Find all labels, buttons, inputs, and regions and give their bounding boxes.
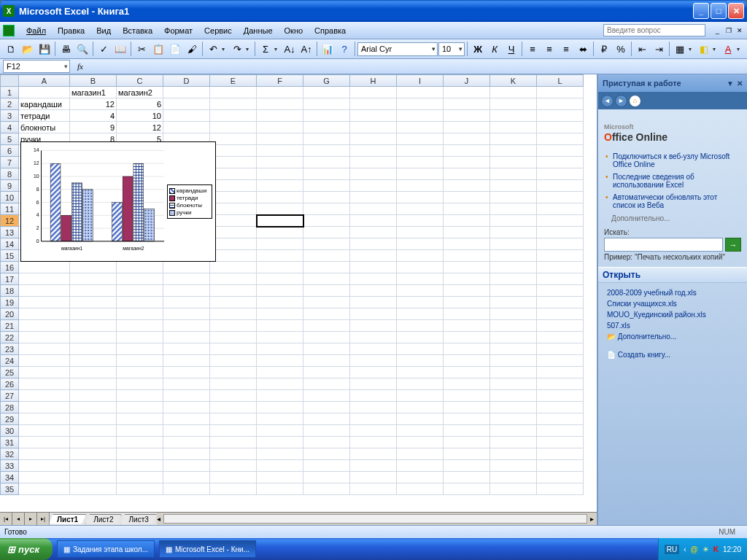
tray-icon[interactable]: ☀ xyxy=(703,545,709,553)
row-header[interactable]: 9 xyxy=(1,180,19,192)
maximize-button[interactable]: □ xyxy=(711,3,727,19)
row-header[interactable]: 18 xyxy=(1,285,19,297)
open-more-link[interactable]: Дополнительно... xyxy=(604,331,741,342)
row-header[interactable]: 26 xyxy=(1,378,19,390)
col-header[interactable]: G xyxy=(303,75,350,87)
bold-button[interactable]: Ж xyxy=(470,41,486,57)
close-button[interactable]: ✕ xyxy=(728,3,744,19)
row-header[interactable]: 31 xyxy=(1,437,19,448)
paste-button[interactable]: 📄 xyxy=(167,41,183,57)
col-header[interactable]: D xyxy=(163,75,210,87)
italic-button[interactable]: К xyxy=(487,41,503,57)
menu-file[interactable]: Файл xyxy=(20,25,52,36)
row-header[interactable]: 24 xyxy=(1,355,19,367)
task-pane-link[interactable]: Автоматически обновлять этот список из В… xyxy=(605,191,741,211)
task-pane-close[interactable]: ✕ xyxy=(737,79,743,88)
recent-file[interactable]: 507.xls xyxy=(604,320,741,331)
row-header[interactable]: 4 xyxy=(1,122,19,133)
doc-minimize-button[interactable]: _ xyxy=(713,26,722,35)
undo-dropdown[interactable]: ▾ xyxy=(222,46,228,52)
autosum-button[interactable]: Σ xyxy=(258,41,274,57)
spreadsheet-grid[interactable]: A B C D E F G H I J K L 1магазин1магазин… xyxy=(0,74,584,495)
merge-center-button[interactable]: ⬌ xyxy=(575,41,591,57)
tray-icon[interactable]: ‹ xyxy=(684,545,686,553)
col-header[interactable]: B xyxy=(70,75,117,87)
row-header[interactable]: 16 xyxy=(1,262,19,273)
row-header[interactable]: 17 xyxy=(1,273,19,285)
copy-button[interactable]: 📋 xyxy=(150,41,166,57)
embedded-chart[interactable]: 02468101214магазин1магазин2 карандаши те… xyxy=(20,141,216,262)
autosum-dropdown[interactable]: ▾ xyxy=(274,46,281,52)
recent-file[interactable]: MOUO_Куединский район.xls xyxy=(604,309,741,320)
row-header[interactable]: 30 xyxy=(1,425,19,437)
open-button[interactable]: 📂 xyxy=(20,41,36,57)
print-button[interactable]: 🖶 xyxy=(58,41,74,57)
tab-nav-first[interactable]: |◂ xyxy=(0,513,12,525)
menu-tools[interactable]: Сервис xyxy=(198,25,238,36)
spellcheck-button[interactable]: ✓ xyxy=(96,41,112,57)
row-header[interactable]: 32 xyxy=(1,448,19,460)
sheet-tab[interactable]: Лист1 xyxy=(49,514,86,524)
format-painter-button[interactable]: 🖌 xyxy=(184,41,200,57)
increase-indent-button[interactable]: ⇥ xyxy=(651,41,667,57)
save-button[interactable]: 💾 xyxy=(36,41,53,57)
redo-dropdown[interactable]: ▾ xyxy=(246,46,252,52)
chart-wizard-button[interactable]: 📊 xyxy=(320,41,336,57)
align-left-button[interactable]: ≡ xyxy=(525,41,541,57)
help-button[interactable]: ? xyxy=(336,41,352,57)
redo-button[interactable]: ↷ xyxy=(229,41,245,57)
row-header[interactable]: 8 xyxy=(1,168,19,180)
clock[interactable]: 12:20 xyxy=(723,545,741,553)
nav-home-button[interactable]: ⌂ xyxy=(629,95,641,107)
col-header[interactable]: J xyxy=(444,75,490,87)
row-header[interactable]: 15 xyxy=(1,250,19,262)
menu-insert[interactable]: Вставка xyxy=(117,25,158,36)
align-center-button[interactable]: ≡ xyxy=(541,41,557,57)
decrease-indent-button[interactable]: ⇤ xyxy=(634,41,650,57)
sheet-tab[interactable]: Лист2 xyxy=(85,514,121,524)
select-all-corner[interactable] xyxy=(1,75,19,87)
currency-button[interactable]: ₽ xyxy=(596,41,612,57)
start-button[interactable]: ⊞ пуск xyxy=(0,538,53,560)
more-link[interactable]: Дополнительно... xyxy=(611,214,741,222)
row-header[interactable]: 21 xyxy=(1,320,19,332)
help-search-input[interactable] xyxy=(603,24,705,36)
task-pane-search-input[interactable] xyxy=(604,238,723,252)
task-pane-dropdown[interactable]: ▼ xyxy=(727,79,734,88)
row-header[interactable]: 33 xyxy=(1,460,19,472)
font-color-dropdown[interactable]: ▾ xyxy=(737,46,743,52)
menu-view[interactable]: Вид xyxy=(90,25,117,36)
taskbar-item[interactable]: ▦ Microsoft Excel - Кни... xyxy=(159,540,256,558)
minimize-button[interactable]: _ xyxy=(693,3,709,19)
col-header[interactable]: F xyxy=(257,75,303,87)
document-icon[interactable] xyxy=(3,25,15,36)
tab-nav-last[interactable]: ▸| xyxy=(37,513,50,525)
task-pane-search-button[interactable]: → xyxy=(725,238,741,252)
menu-edit[interactable]: Правка xyxy=(52,25,90,36)
row-header[interactable]: 1 xyxy=(1,87,19,98)
align-right-button[interactable]: ≡ xyxy=(558,41,574,57)
row-header[interactable]: 10 xyxy=(1,192,19,203)
formula-input[interactable] xyxy=(90,60,744,73)
col-header[interactable]: I xyxy=(397,75,444,87)
recent-file[interactable]: Списки учащихся.xls xyxy=(604,298,741,309)
font-color-button[interactable]: А xyxy=(720,41,736,57)
doc-restore-button[interactable]: ❐ xyxy=(724,26,733,35)
row-header[interactable]: 6 xyxy=(1,145,19,157)
taskbar-item[interactable]: ▦ Задания этапа школ... xyxy=(57,540,155,558)
menu-window[interactable]: Окно xyxy=(279,25,309,36)
borders-dropdown[interactable]: ▾ xyxy=(689,46,695,52)
col-header[interactable]: K xyxy=(490,75,537,87)
font-size-combo[interactable]: 10 xyxy=(438,42,465,56)
fx-icon[interactable]: fx xyxy=(77,62,83,71)
col-header[interactable]: A xyxy=(19,75,70,87)
row-header[interactable]: 2 xyxy=(1,98,19,110)
row-header[interactable]: 5 xyxy=(1,133,19,145)
cut-button[interactable]: ✂ xyxy=(133,41,150,57)
tray-icon[interactable]: K xyxy=(713,545,719,553)
tab-nav-next[interactable]: ▸ xyxy=(25,513,37,525)
borders-button[interactable]: ▦ xyxy=(672,41,688,57)
percent-button[interactable]: % xyxy=(613,41,629,57)
system-tray[interactable]: RU ‹ @ ☀ K 12:20 xyxy=(658,538,747,560)
row-header[interactable]: 34 xyxy=(1,472,19,483)
